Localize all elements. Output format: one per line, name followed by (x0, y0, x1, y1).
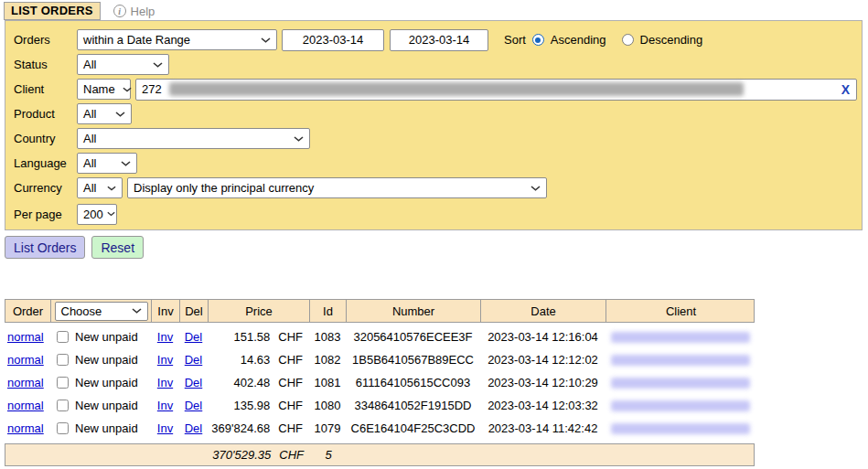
order-price: 369'824.68 (211, 421, 270, 435)
chevron-down-icon (261, 37, 271, 43)
order-currency: CHF (278, 376, 303, 389)
order-price: 135.98 (234, 399, 271, 412)
help-label: Help (131, 5, 155, 18)
client-link-redacted[interactable] (611, 378, 750, 389)
order-link[interactable]: normal (7, 399, 44, 412)
orders-label: Orders (10, 33, 77, 47)
order-link[interactable]: normal (7, 421, 44, 435)
row-checkbox[interactable] (57, 331, 69, 343)
actions-bar: List Orders Reset (5, 236, 144, 259)
list-orders-page: LIST ORDERS i Help Orders within a Date … (0, 0, 868, 469)
orders-table: Order Choose Inv Del Price Id Number Dat… (5, 299, 755, 466)
invoice-link[interactable]: Inv (157, 376, 173, 389)
tab-list-orders[interactable]: LIST ORDERS (4, 2, 101, 20)
status-select[interactable]: All (77, 54, 169, 75)
header-number: Number (347, 300, 481, 322)
sort-ascending-radio[interactable] (532, 34, 544, 46)
header-del: Del (180, 300, 209, 322)
date-to-input[interactable]: 2023-03-14 (390, 29, 488, 51)
product-select[interactable]: All (77, 103, 132, 124)
delivery-link[interactable]: Del (185, 353, 203, 367)
orders-count: 5 (325, 448, 331, 462)
filter-row-language: Language All (10, 151, 862, 176)
currency-label: Currency (10, 181, 77, 195)
order-status: New unpaid (75, 330, 138, 344)
client-link-redacted[interactable] (611, 400, 750, 411)
order-price: 151.58 (234, 330, 271, 344)
language-select[interactable]: All (77, 153, 137, 174)
bulk-action-select[interactable]: Choose (55, 302, 148, 321)
chevron-down-icon (123, 87, 132, 92)
clear-client-button[interactable]: X (841, 82, 850, 97)
invoice-link[interactable]: Inv (157, 421, 173, 435)
order-price: 14.63 (241, 353, 271, 367)
invoice-link[interactable]: Inv (157, 330, 173, 344)
chevron-down-icon (294, 136, 304, 142)
sort-descending-label[interactable]: Descending (640, 33, 703, 47)
invoice-link[interactable]: Inv (157, 353, 173, 367)
list-orders-button[interactable]: List Orders (5, 236, 85, 259)
sort-descending-radio[interactable] (622, 34, 634, 46)
filter-row-orders: Orders within a Date Range 2023-03-14 20… (10, 27, 862, 52)
delivery-link[interactable]: Del (185, 421, 203, 435)
filter-row-client: Client Name 272 X (10, 77, 862, 101)
table-row: normal New unpaid Inv Del 369'824.68CHF … (5, 417, 755, 440)
order-number: 611164105615CC093 (356, 376, 470, 389)
header-order: Order (5, 300, 51, 322)
table-row: normal New unpaid Inv Del 402.48CHF 1081… (5, 371, 755, 394)
total-price: 370'529.35 (212, 448, 271, 462)
order-id: 1083 (315, 330, 341, 344)
country-select[interactable]: All (77, 128, 310, 149)
total-currency: CHF (279, 448, 304, 462)
client-link-redacted[interactable] (611, 332, 750, 343)
client-link-redacted[interactable] (611, 355, 750, 366)
order-date: 2023-03-14 12:03:32 (488, 399, 598, 412)
table-body: normal New unpaid Inv Del 151.58CHF 1083… (5, 325, 755, 440)
filter-form: Orders within a Date Range 2023-03-14 20… (5, 20, 863, 230)
delivery-link[interactable]: Del (185, 376, 203, 389)
table-footer-row: 370'529.35 CHF 5 (5, 443, 755, 466)
client-link-redacted[interactable] (611, 423, 750, 434)
info-icon: i (113, 5, 126, 17)
sort-label: Sort (504, 33, 526, 47)
order-date: 2023-03-14 11:42:42 (488, 421, 598, 435)
order-status: New unpaid (75, 353, 138, 367)
client-mode-select[interactable]: Name (77, 79, 131, 100)
delivery-link[interactable]: Del (185, 399, 203, 412)
date-from-input[interactable]: 2023-03-14 (282, 29, 384, 51)
delivery-link[interactable]: Del (185, 330, 203, 344)
order-currency: CHF (278, 399, 303, 412)
chevron-down-icon (153, 62, 163, 68)
orders-range-select[interactable]: within a Date Range (77, 29, 277, 50)
header-inv: Inv (152, 300, 180, 322)
client-search-input[interactable]: 272 X (135, 79, 857, 101)
table-row: normal New unpaid Inv Del 151.58CHF 1083… (5, 325, 755, 348)
help-link[interactable]: i Help (113, 5, 155, 18)
reset-button[interactable]: Reset (91, 236, 144, 259)
order-id: 1080 (315, 399, 341, 412)
order-link[interactable]: normal (7, 353, 44, 367)
filter-row-currency: Currency All Display only the principal … (10, 176, 862, 200)
order-status: New unpaid (75, 399, 138, 412)
order-currency: CHF (278, 421, 303, 435)
order-number: 3348641052F1915DD (355, 399, 472, 412)
sort-ascending-label[interactable]: Ascending (551, 33, 606, 47)
invoice-link[interactable]: Inv (157, 399, 173, 412)
chevron-down-icon (107, 186, 116, 191)
row-checkbox[interactable] (57, 400, 69, 411)
language-label: Language (10, 156, 77, 170)
order-link[interactable]: normal (7, 330, 44, 344)
row-checkbox[interactable] (57, 354, 69, 366)
order-link[interactable]: normal (7, 376, 44, 389)
header-price: Price (209, 300, 310, 322)
table-row: normal New unpaid Inv Del 135.98CHF 1080… (5, 394, 755, 417)
chevron-down-icon (115, 112, 125, 117)
header-id: Id (310, 300, 347, 322)
header-client: Client (606, 300, 755, 322)
per-page-select[interactable]: 200 (77, 204, 117, 225)
currency-display-select[interactable]: Display only the principal currency (127, 177, 547, 198)
row-checkbox[interactable] (57, 422, 69, 434)
order-date: 2023-03-14 12:12:02 (488, 353, 598, 367)
row-checkbox[interactable] (57, 377, 69, 389)
currency-select[interactable]: All (77, 177, 123, 198)
